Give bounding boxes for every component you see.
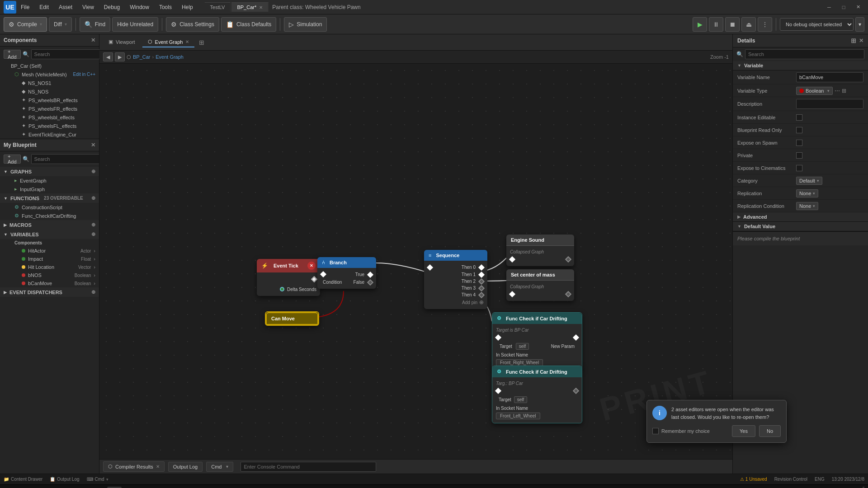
sequence-node[interactable]: ≡ Sequence Then 0 Then 1 — [424, 250, 487, 309]
mesh-item[interactable]: ⬡ Mesh (VehicleMesh) Edit in C++ — [0, 70, 99, 79]
macros-section[interactable]: ▶ MACROS ⊕ — [0, 220, 99, 230]
nav-back-button[interactable]: ◀ — [103, 52, 113, 61]
taskbar-ue[interactable]: 🎮 — [107, 487, 122, 488]
close-button[interactable]: ✕ — [852, 2, 864, 12]
close-details-icon[interactable]: ✕ — [859, 38, 863, 44]
var-arrow-icon-4[interactable]: › — [94, 272, 95, 278]
components-var-item[interactable]: Components — [0, 239, 99, 247]
taskbar-app2[interactable]: 🎵 — [123, 487, 138, 488]
func-check-car-drifting-1-node[interactable]: ⚙ Func Check if Car Drifting Target is B… — [492, 312, 582, 370]
remember-choice-checkbox[interactable] — [652, 428, 659, 434]
cmd-status-item[interactable]: ⌨ Cmd ▾ — [87, 477, 108, 482]
blueprint-read-only-checkbox[interactable] — [796, 127, 802, 133]
edit-cpp-link[interactable]: Edit in C++ — [73, 72, 95, 77]
menu-view[interactable]: View — [78, 2, 99, 12]
add-component-button[interactable]: + Add — [4, 50, 21, 59]
close-compiler-results-icon[interactable]: ✕ — [156, 464, 160, 469]
details-grid-icon[interactable]: ⊞ — [851, 37, 856, 44]
menu-asset[interactable]: Asset — [54, 2, 77, 12]
bnos-var-item[interactable]: bNOS Boolean › — [0, 271, 99, 279]
event-tick-engine-item[interactable]: ✦ EventTickEngine_Cur — [0, 130, 99, 139]
bc-event-graph[interactable]: Event Graph — [156, 54, 184, 60]
taskbar-explorer[interactable]: 📁 — [58, 487, 73, 488]
minimize-button[interactable]: ─ — [823, 2, 835, 12]
menu-edit[interactable]: Edit — [35, 2, 53, 12]
add-variable-icon[interactable]: ⊕ — [91, 231, 95, 237]
func-check-car-drifting-2-node[interactable]: ⚙ Func Check if Car Drifting Targ.: BP C… — [492, 366, 582, 423]
content-drawer-item[interactable]: 📁 Content Drawer — [4, 477, 42, 482]
details-search-input[interactable] — [745, 49, 864, 59]
close-tab-bpcar[interactable]: ✕ — [259, 5, 263, 10]
cmd-tab[interactable]: Cmd ▾ — [206, 462, 233, 472]
menu-debug[interactable]: Debug — [99, 2, 124, 12]
variable-section-header[interactable]: ▼ Variable — [733, 61, 868, 70]
compiler-results-tab[interactable]: ⬡ Compiler Results ✕ — [103, 461, 165, 472]
taskbar-show-desktop[interactable] — [863, 487, 864, 488]
close-event-graph-icon[interactable]: ✕ — [185, 39, 189, 44]
default-value-section-header[interactable]: ▼ Default Value — [733, 222, 868, 231]
compile-button[interactable]: ⚙ Compile ▾ — [4, 17, 47, 32]
tab-bpcar[interactable]: BP_Car* ✕ — [231, 2, 269, 12]
close-my-blueprint-icon[interactable]: ✕ — [91, 142, 95, 148]
add-blueprint-button[interactable]: + Add — [4, 155, 21, 164]
taskbar-chrome[interactable]: 🌐 — [75, 487, 89, 488]
description-input[interactable] — [796, 99, 863, 109]
graphs-section[interactable]: ▼ GRAPHS ⊕ — [0, 167, 99, 176]
taskbar-notepad[interactable]: 📝 — [91, 487, 105, 488]
ps-wheelsfr-item[interactable]: ✦ PS_wheelsFR_effects — [0, 104, 99, 113]
hitactor-var-item[interactable]: HitActor Actor › — [0, 247, 99, 255]
add-event-dispatcher-icon[interactable]: ⊕ — [91, 289, 95, 295]
bp-car-self-item[interactable]: BP_Car (Self) — [0, 62, 99, 70]
instance-editable-checkbox[interactable] — [796, 114, 802, 121]
ps-wheelsfl-item[interactable]: ✦ PS_wheelsFL_effects — [0, 122, 99, 130]
revision-control-label[interactable]: Revision Control — [774, 477, 807, 482]
output-log-item[interactable]: 📋 Output Log — [50, 477, 79, 482]
graph-canvas[interactable]: PRINT ⚡ — [99, 64, 732, 459]
var-arrow-icon-3[interactable]: › — [94, 264, 95, 270]
taskbar-app4[interactable]: 🔴 — [156, 487, 170, 488]
taskbar-app5[interactable]: 🟠 — [172, 487, 187, 488]
variable-type-select[interactable]: Boolean ▾ — [796, 87, 833, 95]
play-button[interactable]: ▶ — [693, 17, 707, 32]
set-center-of-mass-node[interactable]: Set center of mass Collapsed Graph — [506, 269, 574, 301]
functions-section[interactable]: ▼ FUNCTIONS 23 OVERRIDABLE ⊕ — [0, 193, 99, 203]
console-command-input[interactable] — [241, 462, 376, 472]
replication-select[interactable]: None ▾ — [796, 189, 818, 197]
maximize-button[interactable]: □ — [837, 2, 850, 12]
start-button[interactable]: ⊞ — [4, 487, 18, 488]
event-tick-node[interactable]: ⚡ Event Tick ✕ Delta Seconds — [257, 259, 320, 296]
pause-button[interactable]: ⏸ — [709, 17, 723, 32]
dialog-yes-button[interactable]: Yes — [732, 425, 755, 437]
add-function-icon[interactable]: ⊕ — [91, 195, 95, 201]
debug-select[interactable]: No debug object selected — [780, 18, 854, 31]
expose-on-spawn-checkbox[interactable] — [796, 140, 802, 146]
bcanmove-var-item[interactable]: bCanMove Boolean › — [0, 279, 99, 287]
bc-bpcar[interactable]: BP_Car — [133, 54, 151, 60]
debug-dropdown-button[interactable]: ▾ — [855, 17, 864, 32]
menu-file[interactable]: File — [16, 2, 34, 12]
hitlocation-var-item[interactable]: Hit Location Vector › — [0, 263, 99, 271]
expose-to-cinematics-checkbox[interactable] — [796, 165, 802, 171]
close-components-icon[interactable]: ✕ — [91, 37, 95, 43]
can-move-node[interactable]: Can Move — [265, 311, 319, 326]
hide-unrelated-button[interactable]: Hide Unrelated — [112, 17, 158, 32]
engine-sound-node[interactable]: Engine Sound Collapsed Graph — [506, 235, 574, 266]
event-graph-tab[interactable]: ⬡ Event Graph ✕ — [142, 37, 195, 47]
variables-section[interactable]: ▼ VARIABLES ⊕ — [0, 230, 99, 239]
menu-window[interactable]: Window — [125, 2, 154, 12]
stop-button[interactable]: ⏹ — [725, 17, 740, 32]
impact-var-item[interactable]: Impact Float › — [0, 255, 99, 263]
advanced-section-header[interactable]: ▶ Advanced — [733, 212, 868, 222]
event-tick-close[interactable]: ✕ — [307, 262, 316, 270]
var-arrow-icon-5[interactable]: › — [94, 281, 95, 286]
construction-script-item[interactable]: ⚙ ConstructionScript — [0, 203, 99, 211]
branch-node[interactable]: ⑃ Branch True Condition — [317, 257, 376, 289]
category-select[interactable]: Default ▾ — [796, 177, 822, 185]
task-view-button[interactable]: ⧉ — [36, 487, 51, 488]
event-graph-item[interactable]: ▸ EventGraph — [0, 176, 99, 185]
output-log-tab[interactable]: Output Log — [168, 462, 203, 472]
add-graph-icon[interactable]: ⊕ — [91, 169, 95, 174]
input-graph-item[interactable]: ▸ InputGraph — [0, 185, 99, 193]
func-check-car-drifting-item[interactable]: ⚙ Func_CheckIfCarDrifting — [0, 211, 99, 220]
tab-testlv[interactable]: TestLV — [205, 2, 231, 12]
